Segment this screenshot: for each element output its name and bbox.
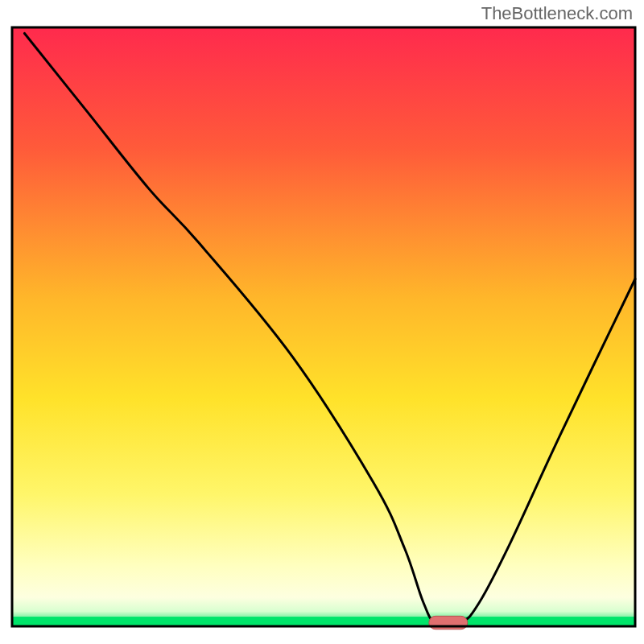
green-band — [12, 617, 635, 626]
chart-container: TheBottleneck.com — [0, 0, 644, 644]
gradient-background — [12, 27, 635, 626]
watermark-text: TheBottleneck.com — [481, 3, 633, 24]
bottleneck-chart — [0, 0, 644, 644]
